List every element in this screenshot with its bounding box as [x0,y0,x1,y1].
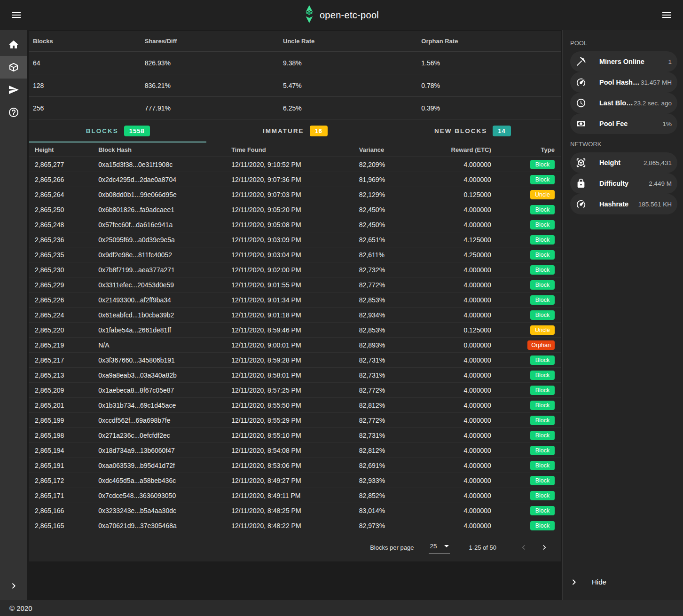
tab-label: NEW BLOCKS [434,127,487,134]
cell-variance: 82,691% [359,462,428,469]
cell-type: Uncle [492,325,561,335]
cell-time-found: 12/11/2020, 8:55:50 PM [231,402,359,409]
cell-time-found: 12/11/2020, 8:55:10 PM [231,432,359,439]
tab-immature[interactable]: IMMATURE 16 [206,119,384,142]
cell-block-hash: 0xb08dd0b1...99e066d95e [98,191,231,198]
type-badge: Block [530,371,555,380]
pickaxe-icon [576,56,586,67]
cell-time-found: 12/11/2020, 9:03:04 PM [231,251,359,259]
cell-time-found: 12/11/2020, 8:49:27 PM [231,477,359,484]
cell-type: Block [492,265,561,275]
cell-time-found: 12/11/2020, 9:01:18 PM [231,311,359,319]
cell-height: 2,865,226 [29,296,98,304]
sidebar-item-help[interactable] [0,101,27,124]
chevron-right-icon [10,582,17,590]
tab-count-badge: 1558 [124,126,150,136]
next-page-button[interactable] [534,537,555,558]
stats-cell: 6.25% [279,104,417,112]
cell-height: 2,865,264 [29,191,98,198]
table-row: 2,865,2500x6b801826...fa9adcaee112/11/20… [29,202,561,217]
type-badge: Block [530,355,555,365]
cell-height: 2,865,248 [29,221,98,229]
table-row: 2,865,1940x18d734a9...13b6060f4712/11/20… [29,443,561,458]
table-row: 2,865,2660x2dc4295d...2dae0a870412/11/20… [29,172,561,187]
cell-variance: 82,732% [359,266,428,274]
table-row: 2,865,2300x7b8f7199...aea377a27112/11/20… [29,262,561,277]
cell-time-found: 12/11/2020, 9:07:36 PM [231,176,359,183]
cell-reward: 4.000000 [428,477,492,484]
cell-type: Block [492,521,561,530]
cell-reward: 4.000000 [428,387,492,394]
footer: © 2020 [0,600,683,616]
cell-reward: 4.000000 [428,221,492,229]
left-menu-button[interactable] [7,5,26,25]
cell-block-hash: 0x57fec60f...da616e941a [98,221,231,229]
stats-cell: 777.91% [141,104,279,112]
sidebar-expand-button[interactable] [0,582,27,590]
cell-variance: 82,812% [359,402,428,409]
cell-block-hash: 0x271a236c...0efcfdf2ec [98,432,231,439]
cell-type: Block [492,205,561,214]
table-row: 2,865,1710x7cdce548...363609305012/11/20… [29,488,561,503]
cell-block-hash: N/A [98,341,231,349]
cash-icon [576,118,586,129]
cell-variance: 82,934% [359,311,428,319]
right-menu-button[interactable] [657,5,676,25]
cube-scan-icon [576,158,586,168]
cell-time-found: 12/11/2020, 8:49:11 PM [231,492,359,499]
hide-label: Hide [592,578,606,586]
table-row: 2,865,2350x9df2e98e...811fc4005212/11/20… [29,247,561,262]
cell-type: Block [492,416,561,425]
cell-type: Orphan [492,340,561,350]
cell-type: Block [492,401,561,410]
hide-sidebar-button[interactable]: Hide [563,572,683,592]
table-row: 2,865,2640xb08dd0b1...99e066d95e12/11/20… [29,187,561,202]
table-row: 2,865,2480x57fec60f...da616e941a12/11/20… [29,217,561,232]
sidebar-item-blocks[interactable] [0,56,27,79]
cell-variance: 82,893% [359,341,428,349]
help-circle-icon [8,107,19,118]
stats-cell: 9.38% [279,59,417,67]
stat-miners-online: Miners Online 1 [570,51,677,72]
cell-type: Block [492,250,561,260]
col-header-type: Type [492,146,561,153]
cell-time-found: 12/11/2020, 8:48:25 PM [231,507,359,514]
cell-height: 2,865,224 [29,311,98,319]
stat-value: 1 [668,58,672,65]
type-badge: Block [530,310,555,320]
table-row: 2,865,2240x61eabfcd...1b0cba39b212/11/20… [29,308,561,323]
stats-header-blocks: Blocks [29,38,141,45]
cell-reward: 4.250000 [428,251,492,259]
type-badge: Block [530,386,555,395]
sidebar-item-payments[interactable] [0,79,27,101]
cell-time-found: 12/11/2020, 9:02:00 PM [231,266,359,274]
cell-type: Block [492,280,561,290]
tab-label: IMMATURE [263,127,304,134]
tab-new-blocks[interactable]: NEW BLOCKS 14 [384,119,561,142]
cell-height: 2,865,199 [29,417,98,424]
stats-header-uncle: Uncle Rate [279,38,417,45]
cell-block-hash: 0x21493300...af2ff9ba34 [98,296,231,304]
col-header-variance: Variance [359,146,428,153]
tab-blocks[interactable]: BLOCKS 1558 [29,119,206,142]
cell-time-found: 12/11/2020, 9:07:03 PM [231,191,359,198]
cell-block-hash: 0x7b8f7199...aea377a271 [98,266,231,274]
type-badge: Block [530,446,555,455]
blocks-card: Blocks Shares/Diff Uncle Rate Orphan Rat… [29,31,561,561]
type-badge: Block [530,295,555,305]
per-page-select[interactable]: 25 [429,541,450,554]
prev-page-button[interactable] [513,537,534,558]
sidebar-item-home[interactable] [0,33,27,56]
cell-reward: 4.000000 [428,266,492,274]
cell-variance: 82,853% [359,296,428,304]
cell-variance: 82,731% [359,356,428,364]
cell-height: 2,865,250 [29,206,98,213]
chevron-right-icon [541,544,548,551]
table-row: 2,865,2090x1aebeca8...8f67c05e8712/11/20… [29,383,561,398]
cell-height: 2,865,172 [29,477,98,484]
cell-reward: 0.125000 [428,326,492,334]
type-badge: Block [530,476,555,485]
page-range: 1-25 of 50 [469,544,496,551]
cell-reward: 4.000000 [428,356,492,364]
cell-time-found: 12/11/2020, 8:59:28 PM [231,356,359,364]
